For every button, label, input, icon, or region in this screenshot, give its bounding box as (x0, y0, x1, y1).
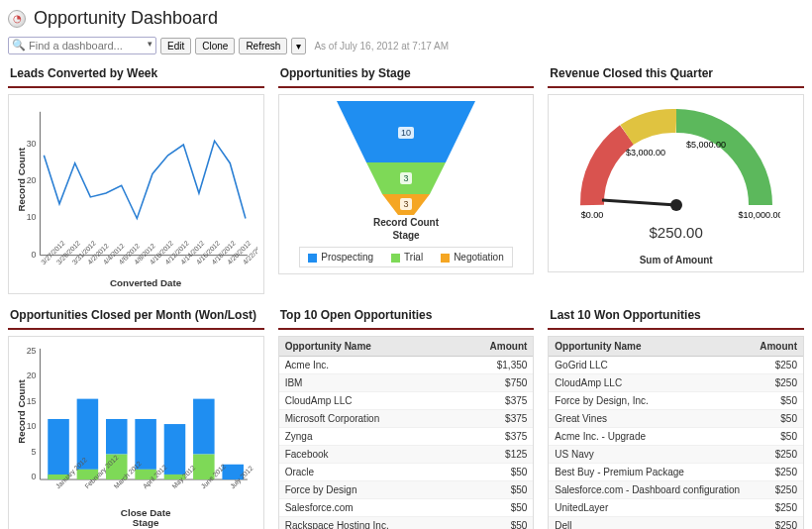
table-row[interactable]: Salesforce.com - Dashboard configuration… (549, 481, 803, 499)
cell-amount: $50 (753, 428, 803, 446)
legend-negotiation: Negotiation (441, 252, 504, 263)
table-row[interactable]: Microsoft Corporation$375 (279, 410, 534, 428)
table-row[interactable]: US Navy$250 (549, 446, 803, 464)
chevron-down-icon[interactable]: ▾ (148, 39, 152, 49)
table-row[interactable]: Best Buy - Premium Package$250 (549, 464, 803, 481)
table-row[interactable]: Zynga$375 (279, 428, 534, 446)
svg-text:$10,000.00: $10,000.00 (738, 210, 780, 220)
col-opportunity-name[interactable]: Opportunity Name (549, 337, 752, 357)
table-row[interactable]: Force by Design$50 (279, 481, 534, 499)
cell-name: Dell (549, 517, 752, 530)
dashboard-icon: ◔ (8, 10, 26, 28)
page-header: ◔ Opportunity Dashboard (8, 8, 804, 29)
edit-button[interactable]: Edit (160, 38, 191, 54)
svg-line-29 (602, 200, 676, 205)
table-row[interactable]: Acme Inc.$1,350 (279, 357, 534, 374)
table-row[interactable]: CloudAmp LLC$375 (279, 392, 534, 410)
panel-revenue: Revenue Closed this Quarter $0.00 $3,000… (548, 66, 804, 294)
leads-x-axis-label: Converted Date (110, 277, 182, 287)
cell-amount: $50 (753, 410, 803, 428)
svg-text:15: 15 (27, 396, 37, 406)
legend-trial: Trial (391, 252, 423, 263)
funnel-y-label: Record Count (373, 217, 439, 228)
cell-amount: $250 (753, 446, 803, 464)
table-row[interactable]: IBM$750 (279, 374, 534, 392)
cell-name: Acme Inc. (279, 357, 457, 374)
svg-text:3: 3 (403, 199, 408, 209)
toolbar: 🔍 ▾ Edit Clone Refresh ▾ As of July 16, … (8, 37, 804, 54)
panel-leads: Leads Converted by Week Record Count 0 1… (8, 66, 264, 294)
col-amount[interactable]: Amount (753, 337, 803, 357)
svg-text:0: 0 (32, 250, 37, 260)
panel-title-leads: Leads Converted by Week (8, 66, 264, 88)
table-row[interactable]: UnitedLayer$250 (549, 499, 803, 517)
revenue-gauge: $0.00 $3,000.00 $5,000.00 $10,000.00 $25… (549, 95, 803, 271)
svg-rect-48 (106, 419, 128, 455)
funnel-chart: 10 3 3 Record Count Stage Prospecting Tr… (279, 95, 534, 273)
panel-title-top10: Top 10 Open Opportunities (278, 308, 535, 330)
table-row[interactable]: Salesforce.com$50 (279, 499, 534, 517)
svg-text:0: 0 (32, 472, 37, 481)
cell-amount: $750 (457, 374, 534, 392)
page-title: Opportunity Dashboard (34, 8, 218, 29)
cell-amount: $250 (753, 357, 803, 374)
cell-amount: $50 (457, 464, 534, 481)
svg-text:$0.00: $0.00 (580, 210, 603, 220)
closed-chart: Record Count 0 5 10 15 20 25 (9, 337, 263, 529)
svg-text:Record Count: Record Count (16, 379, 27, 444)
cell-amount: $50 (457, 481, 534, 499)
funnel-x-label: Stage (392, 230, 419, 241)
col-amount[interactable]: Amount (457, 337, 534, 357)
table-row[interactable]: Force by Design, Inc.$50 (549, 392, 803, 410)
panel-title-revenue: Revenue Closed this Quarter (548, 66, 804, 88)
cell-amount: $250 (753, 517, 803, 530)
last10-table: Opportunity Name Amount GoGrid LLC$250Cl… (549, 337, 803, 529)
col-opportunity-name[interactable]: Opportunity Name (279, 337, 457, 357)
table-row[interactable]: Oracle$50 (279, 464, 534, 481)
svg-rect-44 (48, 419, 69, 479)
table-row[interactable]: Rackspace Hosting Inc.$50 (279, 517, 534, 530)
clone-button[interactable]: Clone (195, 38, 235, 54)
refresh-timestamp: As of July 16, 2012 at 7:17 AM (314, 41, 449, 52)
cell-name: Salesforce.com (279, 499, 457, 517)
refresh-menu-button[interactable]: ▾ (291, 38, 306, 54)
refresh-button[interactable]: Refresh (239, 38, 287, 54)
table-row[interactable]: Acme Inc. - Upgrade$50 (549, 428, 803, 446)
cell-name: GoGrid LLC (549, 357, 752, 374)
svg-text:10: 10 (27, 212, 37, 222)
svg-rect-54 (193, 399, 215, 455)
leads-y-axis-label: Record Count (16, 147, 27, 211)
panel-top10: Top 10 Open Opportunities Opportunity Na… (278, 308, 535, 529)
table-row[interactable]: GoGrid LLC$250 (549, 357, 803, 374)
panel-closed: Opportunities Closed per Month (Won/Lost… (8, 308, 264, 529)
legend-prospecting: Prospecting (308, 252, 373, 263)
svg-text:$3,000.00: $3,000.00 (626, 148, 665, 158)
cell-amount: $50 (457, 517, 534, 530)
svg-text:10: 10 (27, 421, 37, 431)
table-row[interactable]: Facebook$125 (279, 446, 534, 464)
table-row[interactable]: CloudAmp LLC$250 (549, 374, 803, 392)
cell-name: US Navy (549, 446, 752, 464)
cell-name: Acme Inc. - Upgrade (549, 428, 752, 446)
dashboard-search[interactable]: 🔍 ▾ (8, 37, 156, 54)
svg-text:25: 25 (27, 346, 37, 356)
table-row[interactable]: Dell$250 (549, 517, 803, 530)
panel-last10: Last 10 Won Opportunities Opportunity Na… (548, 308, 804, 529)
cell-name: Force by Design, Inc. (549, 392, 752, 410)
gauge-sublabel: Sum of Amount (640, 255, 713, 265)
cell-amount: $250 (753, 481, 803, 499)
cell-name: Best Buy - Premium Package (549, 464, 752, 481)
cell-name: CloudAmp LLC (549, 374, 752, 392)
search-icon: 🔍 (12, 39, 26, 52)
cell-amount: $1,350 (457, 357, 534, 374)
cell-name: Force by Design (279, 481, 457, 499)
search-input[interactable] (8, 37, 156, 54)
top10-table: Opportunity Name Amount Acme Inc.$1,350I… (279, 337, 534, 529)
gauge-value: $250.00 (650, 224, 703, 241)
cell-amount: $375 (457, 392, 534, 410)
svg-text:5: 5 (32, 447, 37, 457)
svg-text:20: 20 (27, 370, 37, 380)
cell-name: Facebook (279, 446, 457, 464)
cell-name: Rackspace Hosting Inc. (279, 517, 457, 530)
table-row[interactable]: Great Vines$50 (549, 410, 803, 428)
